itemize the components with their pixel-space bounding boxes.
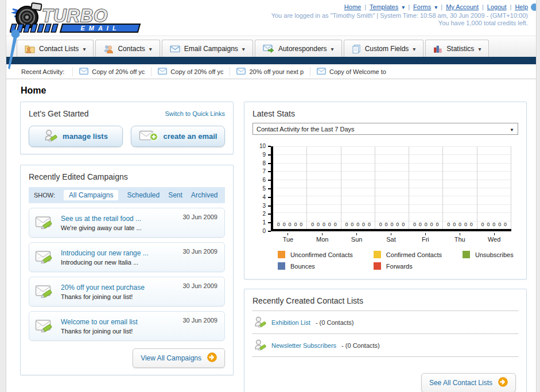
tab-label: Autoresponders	[278, 45, 327, 53]
nav-logout-link[interactable]: Logout	[487, 3, 507, 10]
envelope-pencil-icon	[35, 284, 55, 300]
nav-my-account-link[interactable]: My Account	[446, 3, 479, 10]
recent-activity-bar: Recent Activity: Copy of 20% off yc Copy…	[6, 64, 536, 79]
campaign-item[interactable]: Welcome to our email list Thanks for joi…	[29, 311, 225, 341]
app-window: EMAIL TURBO Home | Templates | Forms | M…	[6, 0, 537, 392]
recent-contact-lists-panel: Recently Created Contact Lists Exhibitio…	[244, 289, 527, 392]
contacts-icon	[103, 44, 114, 53]
stats-dropdown[interactable]: Contact Activity for the Last 7 Days	[252, 123, 518, 135]
campaign-item[interactable]: See us at the retail food ... We're givi…	[29, 208, 225, 238]
legend-label: Forwards	[386, 263, 413, 270]
help-bubble-icon[interactable]	[531, 3, 537, 11]
campaign-date: 30 Jun 2009	[182, 214, 217, 220]
recent-campaigns-panel: Recently Edited Campaigns SHOW: All Camp…	[20, 165, 234, 375]
campaign-item[interactable]: 20% off your next purchase Thanks for jo…	[29, 277, 225, 306]
manage-lists-label: manage lists	[63, 132, 108, 141]
chart-value-labels: 00000	[410, 222, 441, 227]
campaign-title-link[interactable]: 20% off your next purchase	[61, 284, 145, 292]
tab-label: Contacts	[118, 45, 145, 53]
see-all-contact-lists-button[interactable]: See All Contact Lists	[421, 373, 516, 392]
tab-contact-lists[interactable]: Contact Lists	[17, 40, 94, 57]
page-title: Home	[21, 86, 527, 96]
chart-x-label: Thu	[442, 233, 477, 244]
contact-list-name-link[interactable]: Exhibition List	[271, 319, 310, 326]
contact-list-count: - (0 Contacts)	[316, 319, 354, 326]
chart-x-label: Sun	[340, 233, 374, 244]
tab-email-campaigns[interactable]: Email Campaigns	[162, 40, 253, 57]
main-tab-bar: Contact Lists Contacts Email Campaigns A…	[6, 36, 536, 57]
left-column: Let's Get Started Switch to Quick Links …	[20, 102, 234, 375]
chart-value-labels: 00000	[479, 222, 510, 227]
autoresponders-icon	[263, 44, 274, 53]
envelope-pencil-icon	[35, 318, 55, 334]
view-all-campaigns-label: View All Campaigns	[141, 354, 201, 362]
get-started-panel: Let's Get Started Switch to Quick Links …	[20, 102, 234, 154]
tab-contacts[interactable]: Contacts	[95, 40, 160, 57]
legend-label: Bounces	[290, 263, 315, 270]
campaign-date: 30 Jun 2009	[182, 282, 217, 289]
filter-archived[interactable]: Archived	[191, 191, 218, 199]
nav-help-link[interactable]: Help	[515, 3, 528, 10]
recent-activity-item[interactable]: Copy of 20% off yc	[151, 67, 230, 76]
recent-activity-item[interactable]: 20% off your next p	[230, 67, 310, 76]
navy-divider-bar	[6, 57, 536, 64]
chevron-down-icon	[83, 45, 86, 53]
credits-status-text: You have 1,000 total credits left.	[438, 20, 528, 26]
contact-list-count: - (0 Contacts)	[341, 342, 380, 349]
contact-list-item[interactable]: Newsletter Subscribers - (0 Contacts)	[252, 334, 518, 357]
contact-list-item[interactable]: Exhibition List - (0 Contacts)	[252, 311, 518, 334]
campaign-item[interactable]: Introducing our new range ... Introducin…	[29, 242, 225, 272]
campaign-title-link[interactable]: Welcome to our email list	[61, 318, 138, 326]
legend-item: Unconfirmed Contacts	[278, 251, 353, 258]
legend-item: Forwards	[374, 262, 442, 270]
create-email-button[interactable]: create an email	[131, 126, 225, 147]
chart-column: 00000	[307, 146, 341, 229]
chevron-down-icon	[149, 45, 152, 53]
filter-all-campaigns[interactable]: All Campaigns	[64, 190, 118, 200]
nav-forms-link[interactable]: Forms	[413, 3, 431, 10]
recent-activity-item[interactable]: Copy of 20% off yc	[72, 67, 151, 76]
arrow-circle-icon	[207, 352, 217, 364]
chart-plot: 00000000000000000000000000000000000	[271, 146, 511, 231]
chart-value-labels: 00000	[274, 222, 305, 227]
tab-statistics[interactable]: Statistics	[425, 40, 489, 57]
filter-scheduled[interactable]: Scheduled	[127, 191, 160, 199]
chevron-down-icon	[242, 45, 245, 53]
manage-lists-button[interactable]: manage lists	[29, 126, 123, 147]
contact-list-name-link[interactable]: Newsletter Subscribers	[271, 342, 336, 349]
chart-value-labels: 00000	[376, 222, 407, 227]
filter-sent[interactable]: Sent	[168, 191, 182, 199]
tab-custom-fields[interactable]: Custom Fields	[344, 40, 424, 57]
separator: |	[441, 3, 442, 10]
campaign-title-link[interactable]: Introducing our new range ...	[61, 249, 149, 257]
main-content: Home Let's Get Started Switch to Quick L…	[6, 86, 536, 392]
chart-column: 00000	[273, 146, 307, 229]
chevron-down-icon	[413, 45, 415, 53]
see-all-contact-lists-label: See All Contact Lists	[429, 379, 492, 387]
nav-home-link[interactable]: Home	[344, 3, 361, 10]
chart-value-labels: 00000	[343, 222, 374, 227]
chart-column: 00000	[443, 146, 477, 229]
tab-autoresponders[interactable]: Autoresponders	[255, 40, 342, 57]
turbo-email-logo[interactable]: EMAIL TURBO	[10, 2, 143, 36]
chart-x-label: Wed	[477, 233, 511, 244]
legend-label: Unsubscribes	[475, 251, 514, 258]
logo-title: TURBO	[42, 6, 108, 26]
recent-activity-item[interactable]: Copy of Welcome to	[310, 67, 393, 76]
separator: |	[408, 3, 410, 10]
nav-templates-link[interactable]: Templates	[370, 3, 398, 10]
dropdown-arrow-icon	[510, 126, 514, 133]
chart-x-label: Fri	[408, 233, 442, 244]
campaign-date: 30 Jun 2009	[182, 317, 217, 324]
tab-label: Contact Lists	[39, 45, 79, 53]
legend-item: Bounces	[278, 262, 353, 270]
separator: |	[510, 3, 512, 10]
campaign-title-link[interactable]: See us at the retail food ...	[61, 215, 142, 223]
campaign-filter-bar: SHOW: All Campaigns Scheduled Sent Archi…	[29, 187, 225, 203]
arrow-circle-icon	[498, 377, 508, 389]
chart-column: 00000	[341, 146, 375, 229]
right-column: Latest Stats Contact Activity for the La…	[244, 102, 527, 392]
view-all-campaigns-button[interactable]: View All Campaigns	[133, 348, 225, 368]
switch-quick-links[interactable]: Switch to Quick Links	[165, 110, 225, 117]
tab-label: Statistics	[446, 45, 474, 53]
